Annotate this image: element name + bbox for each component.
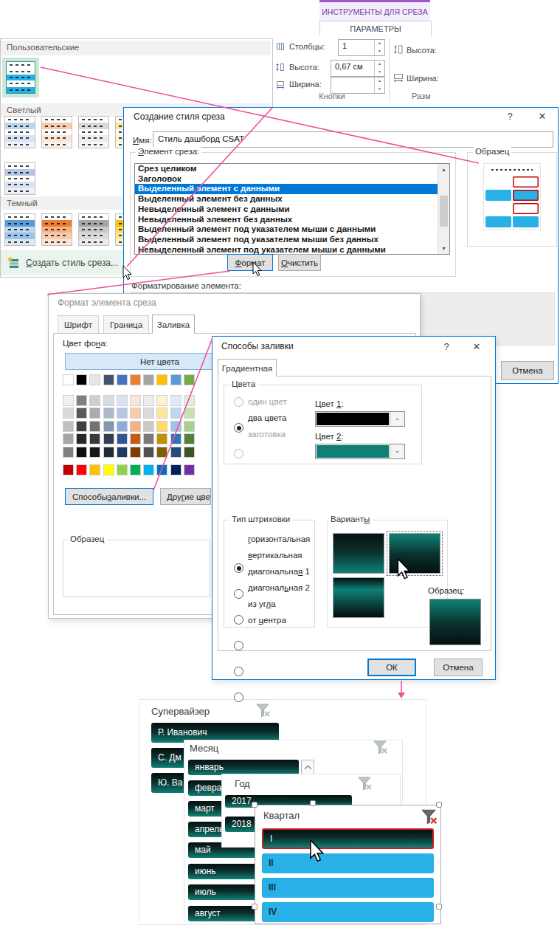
spinner-arrows[interactable]: ▲▼ — [374, 78, 384, 93]
spinner-arrows[interactable]: ▲▼ — [374, 61, 384, 76]
radio-diagonal1[interactable] — [234, 615, 243, 625]
color-swatch[interactable] — [63, 433, 74, 444]
color-swatch[interactable] — [89, 433, 100, 444]
list-item[interactable]: Невыделенный элемент без данных — [135, 215, 438, 225]
color-swatch[interactable] — [76, 421, 87, 432]
color-swatch[interactable] — [63, 408, 74, 419]
radio-preset[interactable] — [234, 449, 243, 458]
resize-handle[interactable] — [310, 800, 316, 806]
list-item[interactable]: Выделенный элемент под указателем мыши б… — [135, 235, 438, 245]
scroll-up-button[interactable] — [301, 760, 314, 775]
color-swatch[interactable] — [103, 421, 114, 432]
color-swatch[interactable] — [117, 464, 128, 475]
clear-filter-icon[interactable] — [356, 775, 373, 793]
color-swatch[interactable] — [184, 447, 195, 458]
color-swatch[interactable] — [76, 464, 87, 475]
color-swatch[interactable] — [63, 421, 74, 432]
radio-one-color[interactable] — [234, 397, 243, 407]
gradient-variant-1[interactable] — [333, 533, 384, 574]
cancel-button[interactable]: Отмена — [501, 361, 554, 380]
close-icon[interactable]: ✕ — [535, 111, 550, 122]
color-swatch[interactable] — [63, 464, 74, 475]
color-swatch[interactable] — [89, 464, 100, 475]
resize-handle[interactable] — [436, 904, 442, 910]
resize-handle[interactable] — [252, 802, 257, 808]
color-swatch[interactable] — [103, 395, 114, 406]
color-swatch[interactable] — [76, 447, 87, 458]
color-swatch[interactable] — [103, 374, 114, 385]
radio-diagonal2[interactable] — [234, 641, 243, 650]
color-swatch[interactable] — [143, 408, 154, 419]
color-swatch[interactable] — [143, 395, 154, 406]
tab-fill[interactable]: Заливка — [152, 315, 195, 334]
slicer-item[interactable]: III — [262, 878, 434, 898]
style-thumbnail[interactable] — [4, 116, 35, 148]
chevron-down-icon[interactable]: ⌄ — [390, 444, 404, 458]
list-item-selected[interactable]: Выделенный элемент с данными — [135, 184, 438, 194]
color-swatch[interactable] — [117, 433, 128, 444]
fill-effects-button[interactable]: Способы заливки... — [65, 488, 153, 505]
slicer-element-list[interactable]: Срез целиком Заголовок Выделенный элемен… — [134, 163, 450, 255]
color-swatch[interactable] — [117, 395, 128, 406]
color-swatch[interactable] — [103, 408, 114, 419]
scroll-down-icon[interactable]: ▼ — [438, 243, 449, 254]
color-swatch[interactable] — [156, 421, 167, 432]
color-swatch[interactable] — [117, 421, 128, 432]
color-swatch[interactable] — [103, 464, 114, 475]
list-item[interactable]: Выделенный элемент под указателем мыши с… — [135, 224, 438, 235]
clear-filter-icon[interactable] — [254, 702, 272, 720]
style-thumbnail[interactable] — [78, 213, 109, 246]
color-swatch[interactable] — [143, 433, 154, 444]
radio-from-corner[interactable] — [234, 667, 243, 676]
color-swatch[interactable] — [76, 433, 87, 444]
style-thumbnail[interactable] — [6, 61, 35, 94]
color-swatch[interactable] — [170, 374, 182, 385]
clear-filter-icon-active[interactable] — [419, 808, 438, 827]
help-icon[interactable]: ? — [439, 341, 454, 352]
color-swatch[interactable] — [184, 408, 195, 419]
help-icon[interactable]: ? — [502, 111, 517, 122]
color-swatch[interactable] — [130, 374, 141, 385]
color-swatch[interactable] — [130, 447, 141, 458]
color-swatch[interactable] — [184, 395, 195, 406]
style-thumbnail[interactable] — [41, 116, 72, 148]
color-swatch[interactable] — [103, 433, 114, 444]
color-swatch[interactable] — [117, 408, 128, 419]
color-swatch[interactable] — [130, 408, 141, 419]
color2-dropdown[interactable]: ⌄ — [315, 444, 405, 459]
gradient-variant-3[interactable] — [333, 577, 384, 618]
tab-font[interactable]: Шрифт — [58, 315, 99, 334]
close-icon[interactable]: ✕ — [469, 341, 484, 352]
clear-button[interactable]: Очистить — [278, 254, 321, 271]
radio-from-center[interactable] — [234, 692, 243, 702]
color-swatch[interactable] — [63, 374, 74, 385]
color-swatch[interactable] — [103, 447, 114, 458]
columns-stepper[interactable]: 1 ▲▼ — [338, 39, 385, 56]
chevron-down-icon[interactable]: ⌄ — [390, 412, 404, 426]
color-swatch[interactable] — [89, 374, 100, 385]
color-swatch[interactable] — [89, 395, 100, 406]
tab-parameters[interactable]: ПАРАМЕТРЫ — [319, 21, 432, 36]
color-swatch[interactable] — [117, 447, 128, 458]
radio-two-colors[interactable] — [234, 423, 243, 433]
color-swatch[interactable] — [143, 374, 154, 385]
color-swatch[interactable] — [170, 464, 182, 475]
color-swatch[interactable] — [63, 395, 74, 406]
scrollbar-thumb[interactable] — [440, 196, 448, 227]
color-swatch[interactable] — [170, 395, 182, 406]
resize-handle[interactable] — [252, 904, 257, 910]
color-swatch[interactable] — [184, 433, 195, 444]
button-height-stepper[interactable]: 0,67 см ▲▼ — [331, 60, 385, 77]
format-button[interactable]: Формат — [227, 254, 273, 271]
slicer-item[interactable]: IV — [262, 902, 434, 922]
tab-border[interactable]: Граница — [103, 315, 149, 334]
ok-button[interactable]: ОК — [367, 659, 416, 676]
list-item[interactable]: Срез целиком — [135, 164, 438, 174]
color-swatch[interactable] — [89, 408, 100, 419]
color-swatch[interactable] — [130, 421, 141, 432]
color-swatch[interactable] — [143, 447, 154, 458]
slicer-item-selected[interactable]: I — [262, 828, 434, 849]
color-swatch[interactable] — [76, 408, 87, 419]
color-swatch[interactable] — [184, 421, 195, 432]
color-swatch[interactable] — [89, 447, 100, 458]
